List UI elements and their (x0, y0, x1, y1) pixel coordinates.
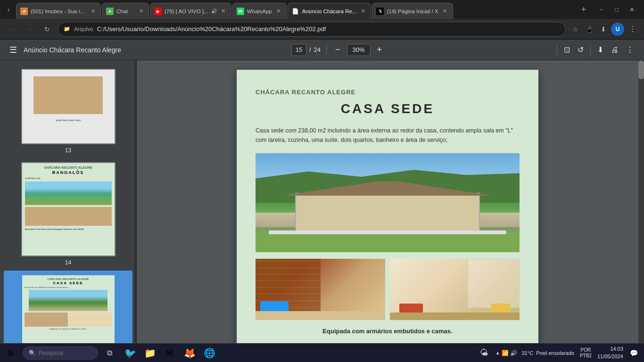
clock-date: 11/05/2024 (597, 353, 623, 360)
pdf-main-title: CASA SEDE (256, 101, 520, 116)
profile-button[interactable]: U (611, 23, 624, 36)
tab-twitter[interactable]: 𝕏 (14) Página Inicial / X ✕ (372, 3, 453, 19)
tab-pdf-close[interactable]: ✕ (359, 8, 367, 15)
tab-chat-title: Chat (116, 8, 134, 14)
pdf-toolbar-left: ☰ Anúncio Chácara Recanto Alegre (8, 43, 121, 57)
tab-imobex[interactable]: 🏠 (501) Imobex - Sua in... ✕ (16, 3, 101, 19)
pdf-interior-left-image (256, 259, 385, 320)
pdf-main-area: small text lines here 13 CHÁCARA RECANTO… (0, 60, 644, 343)
clock-time: 14:03 (597, 346, 623, 353)
thumbnail-15[interactable]: CHÁCARA RECANTO ALEGRE CASA SEDE Casa se… (4, 271, 132, 343)
url-protocol-label: Arquivo (74, 26, 93, 33)
taskbar-app-chrome[interactable]: 🌐 (200, 344, 219, 362)
pdf-menu-button[interactable]: ☰ (8, 43, 19, 57)
taskbar-app-bird[interactable]: 🐦 (121, 344, 140, 362)
minimize-button[interactable]: − (595, 3, 608, 16)
temperature-display: 31°C (522, 350, 534, 356)
clock-display[interactable]: 14:03 11/05/2024 (595, 345, 625, 361)
pdf-print-button[interactable]: 🖨 (608, 44, 621, 56)
language-indicator[interactable]: PORPTB2 (578, 346, 594, 360)
tab-whatsapp-close[interactable]: ✕ (275, 8, 282, 15)
url-bar[interactable]: 📁 Arquivo C:/Users/Usuario/Downloads/Anú… (58, 22, 566, 37)
pdf-zoom-input[interactable] (347, 44, 371, 56)
language-code: PORPTB2 (580, 347, 592, 359)
pdf-toolbar-right: ⊡ ↺ ⬇ 🖨 ⋮ (555, 43, 636, 56)
browser-window: ‹ 🏠 (501) Imobex - Sua in... ✕ A Chat ✕ … (0, 0, 644, 362)
tab-aovivo-favicon: ▶ (154, 8, 162, 15)
panel-resize-handle[interactable] (133, 60, 136, 343)
pdf-brand-label: CHÁCARA RECANTO ALEGRE (256, 89, 520, 96)
pdf-divider-3 (590, 44, 591, 56)
content-scrollbar[interactable] (638, 60, 644, 343)
taskbar-app-mail[interactable]: ✉ (160, 344, 179, 362)
cast-button[interactable]: 📱 (583, 23, 596, 36)
pdf-download-button[interactable]: ⬇ (594, 43, 606, 56)
taskbar-search-icon: 🔍 (29, 350, 36, 356)
browser-menu-button[interactable]: ⋮ (625, 22, 640, 37)
tab-twitter-close[interactable]: ✕ (441, 8, 449, 15)
pdf-zoom-in-button[interactable]: + (374, 44, 385, 56)
tab-imobex-close[interactable]: ✕ (89, 8, 97, 15)
pdf-exterior-image (256, 153, 520, 252)
tab-imobex-title: (501) Imobex - Sua in... (31, 8, 86, 14)
tab-aovivo-close[interactable]: ✕ (220, 8, 227, 15)
thumbnail-13-image: small text lines here (21, 69, 116, 144)
pdf-rotate-button[interactable]: ↺ (575, 43, 586, 56)
tab-pdf-title: Anúncio Chácara Re... (302, 8, 357, 14)
pdf-more-button[interactable]: ⋮ (623, 43, 636, 56)
system-tray: 🌤 ▲ 📶 🔊 31°C Pred ensolarado (476, 346, 576, 360)
window-controls: − □ ✕ (591, 3, 642, 16)
taskbar-app-firefox[interactable]: 🦊 (180, 344, 199, 362)
thumbnail-panel[interactable]: small text lines here 13 CHÁCARA RECANTO… (0, 60, 137, 343)
pdf-fit-button[interactable]: ⊡ (561, 43, 573, 56)
tab-aovivo[interactable]: ▶ (78) [ AO VIVO ]... 🔊 ✕ (150, 3, 231, 19)
pdf-page: CHÁCARA RECANTO ALEGRE CASA SEDE Casa se… (237, 70, 538, 343)
pdf-description: Casa sede com 238,00 m2 incluindo a área… (256, 126, 520, 145)
download-button[interactable]: ⬇ (597, 23, 610, 36)
pdf-content-area[interactable]: CHÁCARA RECANTO ALEGRE CASA SEDE Casa se… (137, 60, 638, 343)
system-icons-group[interactable]: ▲ 📶 🔊 (494, 349, 519, 357)
url-protocol-icon: 📁 (64, 26, 70, 32)
tab-whatsapp[interactable]: W WhatsApp ✕ (232, 3, 287, 19)
notification-button[interactable]: 💬 (627, 346, 640, 360)
bookmark-button[interactable]: ☆ (569, 23, 582, 36)
reload-button[interactable]: ↻ (40, 22, 55, 37)
tab-imobex-favicon: 🏠 (20, 8, 28, 15)
close-button[interactable]: ✕ (625, 3, 638, 16)
taskbar-app-explorer[interactable]: 📁 (140, 344, 159, 362)
chevron-up-icon: ▲ (495, 350, 500, 355)
tab-whatsapp-title: WhatsApp (247, 8, 272, 14)
tab-chat-close[interactable]: ✕ (137, 8, 145, 15)
taskbar-apps: 🐦 📁 ✉ 🦊 (119, 344, 472, 362)
tab-bar: ‹ 🏠 (501) Imobex - Sua in... ✕ A Chat ✕ … (0, 0, 644, 19)
tab-scroll-left[interactable]: ‹ (2, 3, 15, 16)
tab-pdf[interactable]: 📄 Anúncio Chácara Re... ✕ (288, 3, 372, 19)
taskbar-search[interactable]: 🔍 (23, 346, 98, 360)
pdf-document-title: Anúncio Chácara Recanto Alegre (24, 46, 121, 54)
pdf-divider-2 (557, 44, 557, 56)
pdf-zoom-out-button[interactable]: − (332, 44, 343, 56)
pdf-caption: Equipada com armários embutidos e camas. (256, 328, 520, 335)
taskview-button[interactable]: ⧉ (100, 344, 119, 362)
tab-twitter-favicon: 𝕏 (376, 8, 384, 15)
start-button[interactable]: ⊞ (0, 344, 21, 362)
thumbnail-14-pagenum: 14 (65, 259, 71, 266)
taskbar-search-input[interactable] (39, 350, 91, 356)
weather-description: Pred ensolarado (536, 350, 574, 356)
url-actions: ☆ 📱 ⬇ U ⋮ (569, 22, 640, 37)
forward-button[interactable]: → (22, 22, 37, 37)
taskbar-right: 🌤 ▲ 📶 🔊 31°C Pred ensolarado PORPTB2 (472, 345, 644, 361)
pdf-divider (326, 44, 327, 56)
thumbnail-14[interactable]: CHÁCARA RECANTO ALEGRE BANGALÔS small de… (4, 158, 132, 270)
tab-chat[interactable]: A Chat ✕ (102, 3, 149, 19)
thumbnail-14-image: CHÁCARA RECANTO ALEGRE BANGALÔS small de… (21, 162, 116, 256)
new-tab-button[interactable]: + (577, 3, 590, 16)
back-button[interactable]: ← (4, 22, 19, 37)
weather-icon-tray[interactable]: 🌤 (478, 346, 491, 360)
content-scrollbar-thumb[interactable] (638, 60, 644, 79)
tab-chat-favicon: A (106, 8, 114, 15)
maximize-button[interactable]: □ (610, 3, 623, 16)
pdf-page-input[interactable] (291, 44, 306, 56)
thumbnail-13[interactable]: small text lines here 13 (4, 65, 132, 157)
tabs-container: 🏠 (501) Imobex - Sua in... ✕ A Chat ✕ ▶ … (16, 0, 576, 19)
